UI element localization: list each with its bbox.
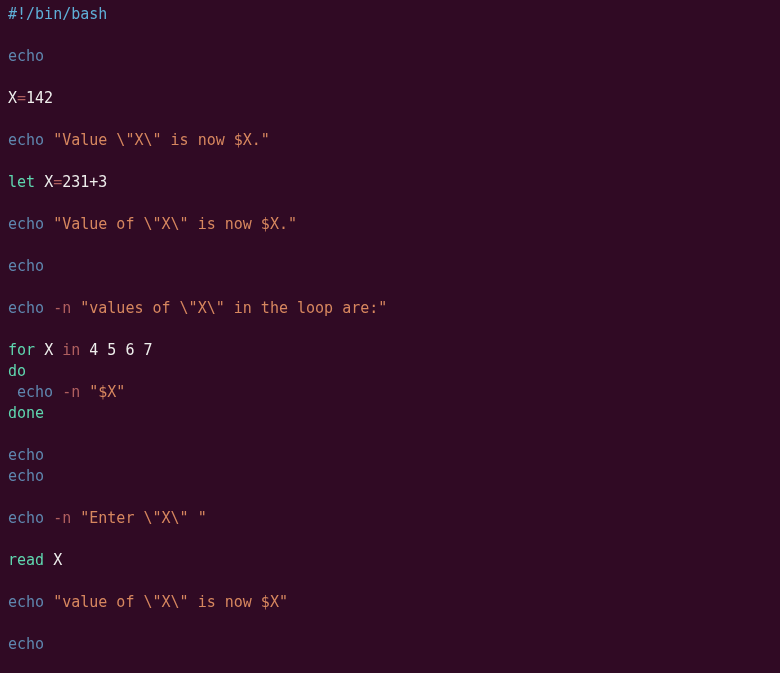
echo-command: echo: [8, 635, 44, 653]
blank-line: [8, 277, 772, 298]
space: [44, 593, 53, 611]
blank-line: [8, 109, 772, 130]
space: [71, 299, 80, 317]
space: [44, 131, 53, 149]
code-line: echo "Value of \"X\" is now $X.": [8, 214, 772, 235]
flag-n: -n: [53, 509, 71, 527]
blank-line: [8, 655, 772, 673]
blank-line: [8, 571, 772, 592]
variable-name: X: [44, 341, 53, 359]
echo-command: echo: [8, 593, 44, 611]
string-literal: "$X": [89, 383, 125, 401]
assign-operator: =: [53, 173, 62, 191]
number-literal: 142: [26, 89, 53, 107]
in-keyword: in: [62, 341, 80, 359]
echo-command: echo: [8, 467, 44, 485]
code-line: echo -n "values of \"X\" in the loop are…: [8, 298, 772, 319]
loop-values: 4 5 6 7: [89, 341, 152, 359]
echo-command: echo: [8, 215, 44, 233]
read-command: read: [8, 551, 44, 569]
space: [44, 509, 53, 527]
let-command: let: [8, 173, 35, 191]
string-literal: "value of \"X\" is now $X": [53, 593, 288, 611]
string-literal: "Enter \"X\" ": [80, 509, 206, 527]
code-line: #!/bin/bash: [8, 4, 772, 25]
blank-line: [8, 193, 772, 214]
blank-line: [8, 25, 772, 46]
variable-name: X: [53, 551, 62, 569]
space: [44, 215, 53, 233]
for-keyword: for: [8, 341, 35, 359]
string-literal: "Value of \"X\" is now $X.": [53, 215, 297, 233]
indent: [8, 383, 17, 401]
space: [35, 341, 44, 359]
space: [35, 173, 44, 191]
echo-command: echo: [8, 446, 44, 464]
code-line: echo: [8, 46, 772, 67]
code-line: echo: [8, 445, 772, 466]
blank-line: [8, 151, 772, 172]
code-line: do: [8, 361, 772, 382]
code-line: for X in 4 5 6 7: [8, 340, 772, 361]
blank-line: [8, 529, 772, 550]
space: [44, 551, 53, 569]
shebang: #!/bin/bash: [8, 5, 107, 23]
echo-command: echo: [8, 131, 44, 149]
blank-line: [8, 235, 772, 256]
assign-operator: =: [17, 89, 26, 107]
echo-command: echo: [8, 257, 44, 275]
space: [80, 383, 89, 401]
space: [44, 299, 53, 317]
blank-line: [8, 424, 772, 445]
code-line: echo: [8, 466, 772, 487]
blank-line: [8, 613, 772, 634]
echo-command: echo: [17, 383, 53, 401]
code-line: echo: [8, 634, 772, 655]
code-line: echo -n "Enter \"X\" ": [8, 508, 772, 529]
blank-line: [8, 67, 772, 88]
space: [80, 341, 89, 359]
code-line: echo -n "$X": [8, 382, 772, 403]
space: [53, 383, 62, 401]
code-line: X=142: [8, 88, 772, 109]
code-line: echo "value of \"X\" is now $X": [8, 592, 772, 613]
variable-name: X: [8, 89, 17, 107]
code-line: echo "Value \"X\" is now $X.": [8, 130, 772, 151]
flag-n: -n: [62, 383, 80, 401]
expression: 231+3: [62, 173, 107, 191]
blank-line: [8, 487, 772, 508]
space: [71, 509, 80, 527]
string-literal: "values of \"X\" in the loop are:": [80, 299, 387, 317]
code-line: let X=231+3: [8, 172, 772, 193]
echo-command: echo: [8, 47, 44, 65]
blank-line: [8, 319, 772, 340]
echo-command: echo: [8, 299, 44, 317]
done-keyword: done: [8, 404, 44, 422]
variable-name: X: [44, 173, 53, 191]
echo-command: echo: [8, 509, 44, 527]
flag-n: -n: [53, 299, 71, 317]
code-line: read X: [8, 550, 772, 571]
space: [53, 341, 62, 359]
code-line: done: [8, 403, 772, 424]
code-line: echo: [8, 256, 772, 277]
string-literal: "Value \"X\" is now $X.": [53, 131, 270, 149]
do-keyword: do: [8, 362, 26, 380]
